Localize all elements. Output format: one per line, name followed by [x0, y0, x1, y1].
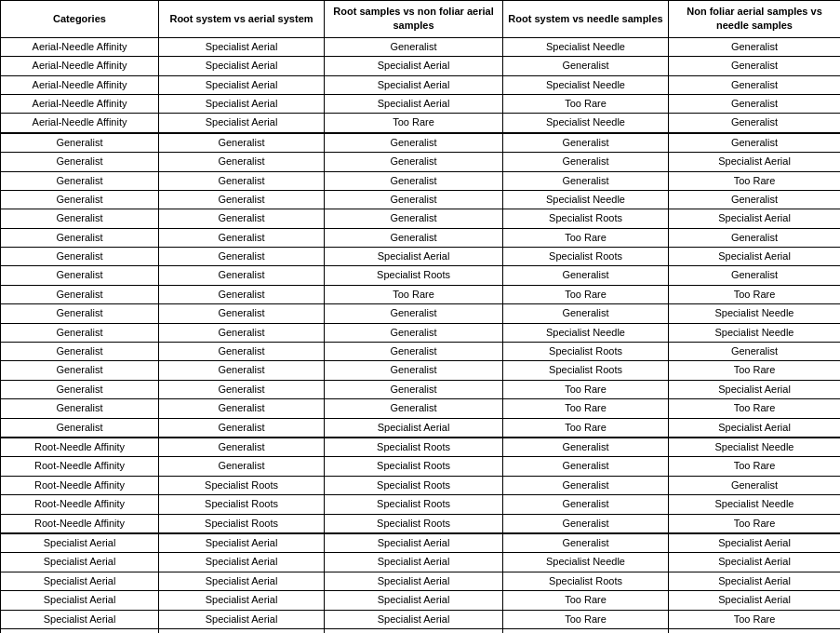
table-cell: Generalist [1, 418, 159, 438]
table-row: Specialist AerialSpecialist AerialSpecia… [1, 553, 841, 572]
table-row: GeneralistGeneralistGeneralistToo RareGe… [1, 228, 841, 247]
table-row: Aerial-Needle AffinitySpecialist AerialG… [1, 37, 841, 56]
table-row: Specialist AerialSpecialist AerialSpecia… [1, 610, 841, 628]
table-row: Aerial-Needle AffinitySpecialist AerialS… [1, 94, 841, 113]
table-cell: Too Rare [325, 285, 503, 303]
table-cell: Specialist Aerial [1, 572, 159, 590]
table-cell: Specialist Roots [325, 266, 503, 285]
table-cell: Generalist [1, 323, 159, 342]
table-cell: Specialist Aerial [669, 591, 841, 610]
table-cell: Generalist [325, 323, 503, 342]
table-cell: Generalist [1, 228, 159, 247]
table-cell: Generalist [669, 266, 841, 285]
table-cell: Generalist [325, 228, 503, 247]
table-cell: Too Rare [503, 228, 669, 247]
table-cell: Generalist [325, 37, 503, 56]
table-cell: Specialist Aerial [325, 94, 503, 113]
table-cell: Generalist [325, 190, 503, 209]
table-cell: Specialist Aerial [1, 591, 159, 610]
table-cell: Generalist [159, 343, 325, 361]
table-cell: Specialist Aerial [325, 628, 503, 633]
table-row: Root-Needle AffinityGeneralistSpecialist… [1, 457, 841, 476]
table-cell: Specialist Aerial [325, 591, 503, 610]
table-cell: Generalist [159, 418, 325, 438]
table-cell: Generalist [159, 171, 325, 190]
table-row: Aerial-Needle AffinitySpecialist AerialS… [1, 57, 841, 75]
table-cell: Specialist Aerial [1, 553, 159, 572]
table-cell: Generalist [325, 380, 503, 398]
table-cell: Generalist [325, 361, 503, 380]
table-cell: Generalist [669, 114, 841, 133]
table-cell: Generalist [325, 153, 503, 171]
table-cell: Generalist [1, 248, 159, 266]
table-cell: Generalist [503, 476, 669, 494]
table-cell: Generalist [669, 190, 841, 209]
table-cell: Too Rare [669, 171, 841, 190]
table-cell: Generalist [159, 209, 325, 228]
table-cell: Generalist [503, 266, 669, 285]
table-cell: Specialist Aerial [669, 248, 841, 266]
table-cell: Root-Needle Affinity [1, 457, 159, 476]
table-cell: Specialist Roots [325, 514, 503, 533]
table-row: Root-Needle AffinityGeneralistSpecialist… [1, 438, 841, 457]
table-cell: Specialist Roots [325, 438, 503, 457]
table-cell: Specialist Aerial [159, 114, 325, 133]
table-cell: Generalist [1, 399, 159, 418]
col-header-nonfoliar-vs-needle: Non foliar aerial samples vs needle samp… [669, 1, 841, 38]
table-cell: Generalist [1, 209, 159, 228]
table-row: GeneralistGeneralistGeneralistToo RareTo… [1, 399, 841, 418]
col-header-root-vs-needle: Root system vs needle samples [503, 1, 669, 38]
table-cell: Generalist [669, 343, 841, 361]
table-cell: Too Rare [503, 285, 669, 303]
table-cell: Specialist Needle [669, 323, 841, 342]
table-cell: Generalist [159, 323, 325, 342]
table-cell: Generalist [503, 438, 669, 457]
table-cell: Generalist [1, 285, 159, 303]
table-cell: Specialist Aerial [159, 75, 325, 94]
table-cell: Aerial-Needle Affinity [1, 57, 159, 75]
table-row: Root-Needle AffinitySpecialist RootsSpec… [1, 495, 841, 514]
table-cell: Specialist Roots [325, 457, 503, 476]
table-cell: Specialist Aerial [1, 628, 159, 633]
table-cell: Specialist Aerial [159, 610, 325, 628]
table-row: GeneralistGeneralistGeneralistGeneralist… [1, 153, 841, 171]
table-cell: Specialist Roots [503, 572, 669, 590]
table-cell: Specialist Aerial [325, 553, 503, 572]
table-cell: Specialist Aerial [325, 572, 503, 590]
table-cell: Generalist [1, 266, 159, 285]
table-row: Specialist AerialSpecialist AerialSpecia… [1, 591, 841, 610]
table-cell: Aerial-Needle Affinity [1, 37, 159, 56]
table-cell: Specialist Roots [325, 476, 503, 494]
table-cell: Too Rare [669, 285, 841, 303]
table-cell: Generalist [669, 476, 841, 494]
col-header-root-vs-nonfoliar: Root samples vs non foliar aerial sample… [325, 1, 503, 38]
table-cell: Specialist Roots [503, 361, 669, 380]
table-cell: Generalist [159, 248, 325, 266]
table-cell: Specialist Needle [503, 75, 669, 94]
col-header-categories: Categories [1, 1, 159, 38]
table-cell: Specialist Aerial [669, 418, 841, 438]
table-cell: Generalist [159, 153, 325, 171]
table-cell: Specialist Aerial [325, 57, 503, 75]
table-cell: Generalist [159, 228, 325, 247]
table-cell: Aerial-Needle Affinity [1, 114, 159, 133]
table-cell: Generalist [325, 304, 503, 323]
table-cell: Specialist Aerial [159, 533, 325, 553]
table-cell: Specialist Needle [503, 37, 669, 56]
table-row: Specialist AerialSpecialist AerialSpecia… [1, 533, 841, 553]
table-cell: Specialist Roots [159, 514, 325, 533]
table-cell: Specialist Aerial [159, 553, 325, 572]
table-cell: Specialist Needle [669, 495, 841, 514]
table-cell: Too Rare [669, 610, 841, 628]
table-cell: Too Rare [669, 361, 841, 380]
table-row: GeneralistGeneralistGeneralistGeneralist… [1, 304, 841, 323]
table-cell: Too Rare [503, 94, 669, 113]
table-cell: Generalist [503, 57, 669, 75]
table-cell: Generalist [503, 533, 669, 553]
table-cell: Specialist Aerial [1, 610, 159, 628]
table-cell: Generalist [503, 171, 669, 190]
table-row: GeneralistGeneralistGeneralistGeneralist… [1, 171, 841, 190]
table-cell: Too Rare [503, 591, 669, 610]
table-cell: Generalist [325, 209, 503, 228]
table-row: Aerial-Needle AffinitySpecialist AerialT… [1, 114, 841, 133]
